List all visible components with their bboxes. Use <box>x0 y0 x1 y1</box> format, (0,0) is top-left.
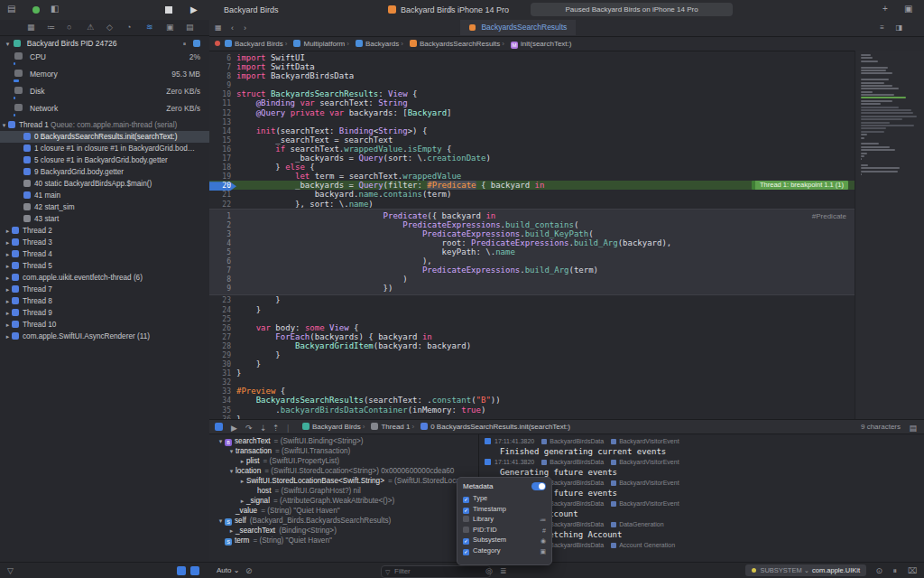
jumpbar-crumb[interactable]: Multiplatform <box>303 40 345 48</box>
related-items-icon[interactable]: ▦ <box>215 23 222 33</box>
checkbox[interactable] <box>463 527 469 533</box>
scheme-selector[interactable]: Backyard Birds <box>401 5 456 14</box>
code-line[interactable]: 5 keyPath: \.name <box>209 247 924 256</box>
variable-row[interactable]: _value= (String) "Quiet Haven" <box>209 506 478 516</box>
metadata-option[interactable]: ✓Subsystem◉ <box>463 535 546 545</box>
pause-indicator-icon[interactable]: ⏸ <box>183 40 187 49</box>
thread-row[interactable]: ▸Thread 9 <box>0 307 209 319</box>
code-line[interactable]: 8import BackyardBirdsData <box>209 71 924 80</box>
minimap-toggle-icon[interactable]: ≡ <box>880 23 884 33</box>
variables-scope-selector[interactable]: Auto ⌄ <box>217 566 239 574</box>
code-line[interactable]: 13 <box>209 117 924 126</box>
code-line[interactable]: 3 PredicateExpressions.build_KeyPath( <box>209 229 924 238</box>
minimap[interactable] <box>855 51 924 419</box>
code-line[interactable]: 15 _searchText = searchText <box>209 135 924 144</box>
code-line[interactable]: 18 } else { <box>209 163 924 172</box>
debug-breadcrumb[interactable]: Backyard Birds›Thread 1›0 BackyardsSearc… <box>298 420 570 434</box>
search-icon[interactable]: ○ <box>67 23 71 32</box>
variable-row[interactable]: host= (SwiftUI.GraphHost?) nil <box>209 486 478 496</box>
jumpbar-crumb[interactable]: BackyardsSearchResults <box>420 40 500 48</box>
code-line[interactable]: 28 BackyardGridItem(backyard: backyard) <box>209 341 924 350</box>
code-line[interactable]: 7 PredicateExpressions.build_Arg(term) <box>209 266 924 275</box>
code-line[interactable]: 35 .backyardBirdsDataContainer(inMemory:… <box>209 406 924 415</box>
disclosure-icon[interactable]: ▾ <box>0 119 8 131</box>
code-line[interactable]: 2 PredicateExpressions.build_contains( <box>209 220 924 229</box>
stack-frame-row[interactable]: 5 closure #1 in BackyardGrid.body.getter <box>0 154 209 166</box>
code-line[interactable]: 33#Preview { <box>209 387 924 396</box>
code-line[interactable]: 27 ForEach(backyards) { backyard in <box>209 332 924 341</box>
debug-crumb[interactable]: 0 BackyardsSearchResults.init(searchText… <box>430 423 570 431</box>
back-icon[interactable]: ‹ <box>231 23 234 33</box>
console-eye-icon[interactable]: ◎ <box>485 566 493 575</box>
thread-row[interactable]: ▸Thread 4 <box>0 248 209 260</box>
jumpbar-crumb[interactable]: Backyard Birds <box>235 40 283 48</box>
metadata-toggle[interactable] <box>531 482 546 490</box>
editor-layout-icon[interactable]: ▣ <box>904 5 912 14</box>
gauge-row[interactable]: NetworkZero KB/s <box>0 102 209 119</box>
metadata-option[interactable]: Library≔ <box>463 514 546 525</box>
stop-button[interactable] <box>165 6 172 14</box>
disclosure-icon[interactable]: ▸ <box>238 456 246 466</box>
code-line[interactable]: 30 } <box>209 359 924 368</box>
structure-icon[interactable]: ▦ <box>27 23 35 32</box>
code-line[interactable]: 25 <box>209 314 924 323</box>
console-pause-icon[interactable]: ⏸ <box>892 566 897 576</box>
code-line[interactable]: 4 root: PredicateExpressions.build_Arg(b… <box>209 238 924 247</box>
metadata-option[interactable]: ✓Timestamp <box>463 504 546 515</box>
tests-icon[interactable]: ◇ <box>106 23 113 32</box>
memory-debug-icon[interactable] <box>193 40 200 47</box>
console-message[interactable]: Generating future events <box>485 466 924 479</box>
thread-row[interactable]: ▸com.apple.uikit.eventfetch-thread (6) <box>0 272 209 284</box>
thread-row[interactable]: ▸com.apple.SwiftUI.AsyncRenderer (11) <box>0 331 209 342</box>
thread-row[interactable]: ▸Thread 8 <box>0 295 209 307</box>
thread-row[interactable]: ▸Thread 7 <box>0 284 209 295</box>
process-row[interactable]: ▾ Backyard Birds PID 24726 ⏸ <box>0 36 209 51</box>
code-line[interactable]: 6import SwiftUI <box>209 53 924 62</box>
code-line[interactable]: 10struct BackyardsSearchResults: View { <box>209 89 924 98</box>
code-line[interactable]: 11 @Binding var searchText: String <box>209 98 924 107</box>
metadata-option[interactable]: ✓Category▣ <box>463 545 546 556</box>
variable-row[interactable]: Sterm= (String) "Quiet Haven" <box>209 536 478 545</box>
code-line[interactable]: 9 <box>209 80 924 89</box>
variables-filter-input[interactable]: ▽ Filter <box>381 565 491 578</box>
window-menu-icon[interactable]: ▤ <box>7 5 15 14</box>
jumpbar-crumb[interactable]: Backyards <box>365 40 399 48</box>
jump-bar[interactable]: Backyard Birds›Multiplatform›Backyards›B… <box>209 37 924 51</box>
thread-row[interactable]: ▸Thread 10 <box>0 319 209 331</box>
disclosure-icon[interactable]: ▾ <box>227 446 236 456</box>
gauge-row[interactable]: CPU2% <box>0 51 209 68</box>
variable-row[interactable]: ▾Sself(Backyard_Birds.BackyardsSearchRes… <box>209 516 478 526</box>
stack-frame-row[interactable]: 41 main <box>0 190 209 201</box>
disclosure-icon[interactable]: ▸ <box>4 284 12 295</box>
variable-row[interactable]: ▾BsearchText= (SwiftUI.Binding<String>) <box>209 436 478 446</box>
show-crashed-only-toggle[interactable] <box>190 566 199 575</box>
disclosure-icon[interactable]: ▸ <box>4 295 12 307</box>
traffic-light-green[interactable] <box>32 6 40 14</box>
show-paused-only-toggle[interactable] <box>177 566 186 575</box>
code-line[interactable]: 22 }, sort: \.name) <box>209 200 924 209</box>
variable-row[interactable]: ▸_signal= (AttributeGraph.WeakAttribute<… <box>209 496 478 506</box>
code-line[interactable]: 14 init(searchText: Binding<String>) { <box>209 126 924 135</box>
gauge-row[interactable]: Memory95.3 MB <box>0 68 209 85</box>
code-line[interactable]: 19 let term = searchText.wrappedValue <box>209 172 924 181</box>
thread-row[interactable]: ▸Thread 5 <box>0 260 209 272</box>
gauge-row[interactable]: DiskZero KB/s <box>0 85 209 102</box>
code-line[interactable]: 1 Predicate({ backyard in <box>209 211 924 220</box>
thread-row[interactable]: ▸Thread 2 <box>0 225 209 237</box>
no-filter-icon[interactable]: ⊘ <box>245 566 253 575</box>
console-scroll-lock-icon[interactable]: ⊙ <box>875 566 882 575</box>
debug-crumb[interactable]: Backyard Birds <box>312 423 361 431</box>
disclosure-icon[interactable]: ▸ <box>238 496 246 506</box>
disclosure-icon[interactable]: ▾ <box>217 436 225 446</box>
variable-row[interactable]: ▸_searchText(Binding<String>) <box>209 526 478 536</box>
breakpoints-icon[interactable]: ▣ <box>166 23 174 32</box>
stack-frame-row[interactable]: 9 BackyardGrid.body.getter <box>0 166 209 178</box>
code-line[interactable]: 32 <box>209 378 924 387</box>
run-destination-selector[interactable]: iPhone 14 Pro <box>457 5 509 14</box>
bookmarks-icon[interactable]: ≔ <box>47 23 55 32</box>
code-line[interactable]: 26 var body: some View { <box>209 323 924 332</box>
checkbox[interactable]: ✓ <box>463 508 469 514</box>
disclosure-icon[interactable]: ▸ <box>4 248 12 260</box>
checkbox[interactable]: ✓ <box>463 497 469 503</box>
add-editor-icon[interactable]: + <box>882 5 888 14</box>
